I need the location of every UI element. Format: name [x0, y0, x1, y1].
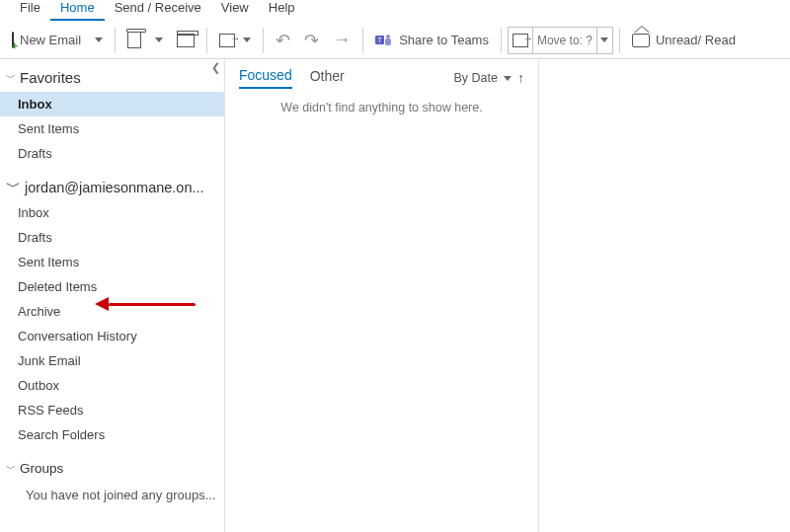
- chevron-down-icon: [95, 38, 103, 42]
- folder-inbox[interactable]: Inbox: [0, 200, 224, 225]
- move-button[interactable]: [213, 30, 257, 51]
- forward-button[interactable]: →: [327, 26, 356, 54]
- svg-point-2: [386, 35, 390, 38]
- account-header[interactable]: ﹀ jordan@jamiesonmane.on...: [0, 166, 224, 200]
- chevron-down-icon: ﹀: [6, 462, 16, 476]
- separator: [263, 28, 264, 53]
- move-to-icon: [513, 34, 528, 47]
- folder-deleted-items[interactable]: Deleted Items: [0, 274, 224, 299]
- toolbar: + New Email ↶ ↷ → T Share to Teams Unrea…: [0, 22, 790, 59]
- folder-sent-items[interactable]: Sent Items: [0, 250, 224, 274]
- move-to-input[interactable]: [533, 34, 596, 47]
- new-email-button[interactable]: + New Email: [6, 29, 87, 51]
- groups-header[interactable]: ﹀ Groups: [0, 447, 224, 482]
- unread-read-button[interactable]: Unread/ Read: [626, 29, 742, 51]
- chevron-down-icon: [155, 38, 163, 42]
- favorites-header[interactable]: ﹀ Favorites: [0, 59, 224, 92]
- chevron-down-icon: [243, 38, 251, 42]
- folder-junk-email[interactable]: Junk Email: [0, 348, 224, 373]
- separator: [206, 28, 207, 53]
- arrow-right-icon: →: [333, 30, 351, 50]
- groups-empty-note: You have not joined any groups...: [0, 482, 224, 508]
- ribbon-tabs: File Home Send / Receive View Help: [0, 0, 790, 22]
- sort-direction-icon[interactable]: ↑: [517, 70, 524, 86]
- unread-read-label: Unread/ Read: [656, 33, 736, 47]
- move-icon: [219, 34, 235, 47]
- message-list-pane: Focused Other By Date ↑ We didn't find a…: [225, 59, 539, 532]
- tab-file[interactable]: File: [10, 0, 50, 19]
- tab-help[interactable]: Help: [259, 0, 305, 19]
- folder-drafts[interactable]: Drafts: [0, 225, 224, 250]
- account-label: jordan@jamiesonmane.on...: [25, 180, 204, 195]
- folder-archive[interactable]: Archive: [0, 299, 224, 324]
- redo-icon: ↷: [304, 30, 319, 51]
- move-to-dropdown[interactable]: [596, 28, 612, 53]
- move-to-combo[interactable]: [508, 27, 613, 54]
- archive-icon: [177, 34, 195, 47]
- message-list-header: Focused Other By Date ↑: [225, 59, 538, 95]
- groups-label: Groups: [20, 461, 63, 476]
- new-email-dropdown[interactable]: [89, 34, 109, 46]
- archive-button[interactable]: [171, 30, 200, 51]
- teams-icon: T: [375, 33, 393, 48]
- svg-text:T: T: [377, 37, 382, 43]
- sort-by-date[interactable]: By Date: [454, 71, 498, 85]
- folder-outbox[interactable]: Outbox: [0, 373, 224, 398]
- tab-home[interactable]: Home: [50, 0, 105, 21]
- favorites-inbox[interactable]: Inbox: [0, 92, 224, 116]
- new-email-label: New Email: [20, 33, 81, 47]
- chevron-down-icon: ﹀: [6, 178, 21, 196]
- trash-icon: [127, 33, 141, 48]
- folder-rss-feeds[interactable]: RSS Feeds: [0, 398, 224, 422]
- collapse-nav-icon[interactable]: ❮: [211, 61, 220, 74]
- undo-button[interactable]: ↶: [270, 26, 296, 55]
- undo-icon: ↶: [276, 30, 290, 51]
- chevron-down-icon: [600, 38, 608, 42]
- separator: [619, 28, 620, 53]
- chevron-down-icon: [504, 76, 512, 81]
- reading-pane: [539, 59, 790, 532]
- tab-view[interactable]: View: [211, 0, 259, 19]
- plus-icon: +: [12, 39, 18, 51]
- separator: [362, 28, 363, 53]
- svg-rect-3: [385, 38, 391, 45]
- separator: [501, 28, 502, 53]
- tab-focused[interactable]: Focused: [239, 67, 292, 89]
- redo-button[interactable]: ↷: [298, 26, 325, 55]
- favorites-drafts[interactable]: Drafts: [0, 141, 224, 166]
- tab-send-receive[interactable]: Send / Receive: [105, 0, 211, 19]
- main-area: ❮ ﹀ Favorites Inbox Sent Items Drafts ﹀ …: [0, 59, 790, 532]
- chevron-down-icon: ﹀: [6, 71, 16, 85]
- share-teams-label: Share to Teams: [399, 33, 489, 47]
- tab-other[interactable]: Other: [310, 68, 345, 88]
- share-teams-button[interactable]: T Share to Teams: [369, 29, 495, 52]
- favorites-label: Favorites: [20, 69, 81, 86]
- favorites-sent-items[interactable]: Sent Items: [0, 116, 224, 141]
- delete-dropdown[interactable]: [149, 34, 169, 46]
- folder-search-folders[interactable]: Search Folders: [0, 422, 224, 447]
- folder-conversation-history[interactable]: Conversation History: [0, 324, 224, 348]
- folder-nav: ❮ ﹀ Favorites Inbox Sent Items Drafts ﹀ …: [0, 59, 225, 532]
- separator: [115, 28, 116, 53]
- empty-message: We didn't find anything to show here.: [225, 95, 538, 120]
- delete-button[interactable]: [121, 29, 147, 52]
- open-envelope-icon: [632, 34, 650, 47]
